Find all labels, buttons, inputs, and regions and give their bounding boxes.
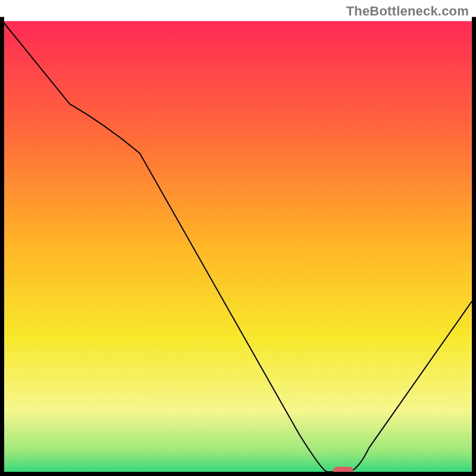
watermark-text: TheBottleneck.com — [346, 4, 469, 19]
chart-container: TheBottleneck.com — [0, 0, 476, 476]
bottleneck-chart — [0, 0, 476, 476]
chart-background — [2, 21, 474, 474]
